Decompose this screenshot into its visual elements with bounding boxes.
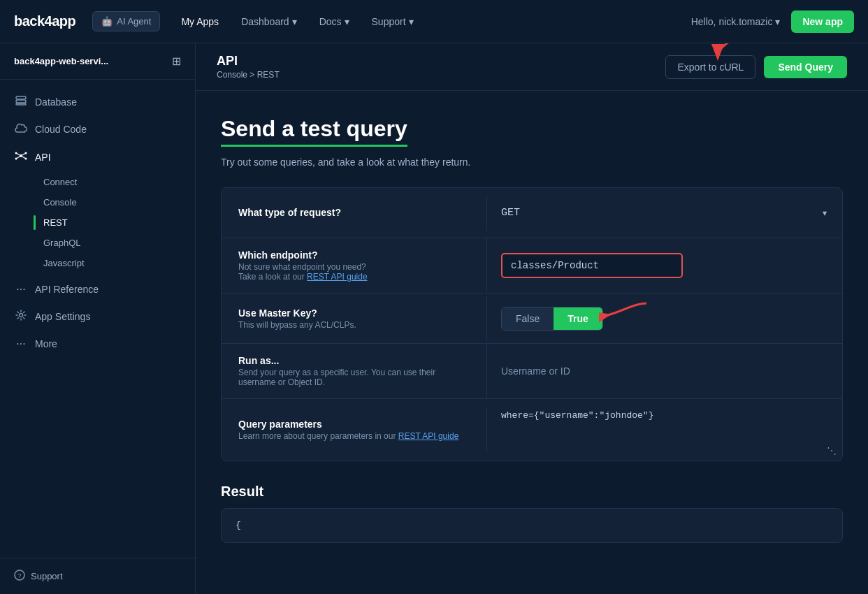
master-key-toggle: False True: [501, 307, 603, 331]
resize-handle: ⋱: [827, 445, 837, 456]
request-type-label: What type of request?: [222, 196, 487, 231]
user-menu[interactable]: Hello, nick.tomazic ▾: [691, 16, 781, 27]
logo: back4app: [14, 13, 75, 29]
nav-dashboard[interactable]: Dashboard ▾: [241, 16, 297, 27]
new-app-button[interactable]: New app: [791, 10, 854, 33]
sidebar-sub-connect[interactable]: Connect: [35, 172, 195, 192]
query-form: What type of request? GET ▾ Which endpoi…: [221, 187, 843, 461]
svg-text:?: ?: [18, 572, 22, 579]
form-row-query-params: Query parameters Learn more about query …: [222, 399, 842, 461]
sidebar-sub-javascript[interactable]: Javascript: [35, 253, 195, 273]
main-content: API Console > REST Export to cURL: [196, 43, 868, 594]
settings-icon: [14, 310, 28, 324]
sidebar-toggle-icon[interactable]: ⊞: [172, 55, 181, 68]
svg-point-12: [20, 314, 23, 317]
request-type-dropdown[interactable]: GET ▾: [501, 206, 828, 220]
run-as-label: Run as... Send your query as a specific …: [222, 344, 487, 398]
subheader-right: Export to cURL Send Query: [665, 55, 847, 79]
sidebar-item-api[interactable]: API: [0, 143, 195, 172]
database-icon: [14, 95, 28, 109]
sidebar-item-database[interactable]: Database: [0, 88, 195, 116]
api-reference-icon: ···: [14, 283, 28, 296]
run-as-input[interactable]: [501, 365, 828, 377]
nav-links: My Apps Dashboard ▾ Docs ▾ Support ▾: [181, 16, 690, 27]
sidebar-item-api-reference[interactable]: ··· API Reference: [0, 276, 195, 303]
page-content: Send a test query Try out some queries, …: [196, 91, 868, 594]
page-title: Send a test query: [221, 116, 407, 147]
sidebar: back4app-web-servi... ⊞ Database: [0, 43, 196, 594]
svg-rect-2: [16, 103, 26, 105]
sidebar-app-name: back4app-web-servi...: [14, 56, 165, 66]
sidebar-item-label: API: [35, 152, 51, 163]
support-icon: ?: [14, 570, 25, 583]
sidebar-sub-rest[interactable]: REST: [35, 212, 195, 233]
ai-agent-icon: 🤖: [101, 16, 113, 27]
nav-right: Hello, nick.tomazic ▾ New app: [691, 10, 854, 33]
svg-line-11: [21, 156, 26, 159]
sidebar-sub-console[interactable]: Console: [35, 192, 195, 212]
master-key-true-button[interactable]: True: [554, 307, 602, 330]
ai-agent-button[interactable]: 🤖 AI Agent: [92, 11, 160, 31]
sidebar-item-label: API Reference: [35, 284, 99, 295]
sidebar-item-cloud-code[interactable]: Cloud Code: [0, 116, 195, 143]
page-subtitle: Try out some queries, and take a look at…: [221, 157, 843, 168]
more-icon: ···: [14, 338, 28, 350]
sidebar-footer: ? Support: [0, 558, 195, 594]
main-layout: back4app-web-servi... ⊞ Database: [0, 43, 868, 594]
cloud-icon: [14, 123, 28, 136]
sidebar-nav: Database Cloud Code: [0, 80, 195, 558]
form-row-master-key: Use Master Key? This will bypass any ACL…: [222, 294, 842, 344]
master-key-label: Use Master Key? This will bypass any ACL…: [222, 296, 487, 341]
result-section: Result {: [221, 484, 843, 543]
endpoint-desc: Not sure what endpoint you need? Take a …: [238, 262, 470, 282]
result-box: {: [221, 508, 843, 543]
send-query-button[interactable]: Send Query: [764, 56, 847, 78]
chevron-down-icon: ▾: [409, 16, 414, 27]
chevron-down-icon: ▾: [775, 16, 780, 27]
endpoint-input[interactable]: [501, 253, 683, 278]
top-navigation: back4app 🤖 AI Agent My Apps Dashboard ▾ …: [0, 0, 868, 43]
form-row-endpoint: Which endpoint? Not sure what endpoint y…: [222, 238, 842, 294]
endpoint-input-col: [487, 242, 842, 289]
svg-line-8: [16, 153, 21, 156]
subheader: API Console > REST Export to cURL: [196, 43, 868, 91]
sidebar-sub-graphql[interactable]: GraphQL: [35, 233, 195, 253]
subheader-title: API: [217, 54, 280, 68]
endpoint-label: Which endpoint? Not sure what endpoint y…: [222, 238, 487, 293]
subheader-left: API Console > REST: [217, 54, 280, 80]
request-type-input-col: GET ▾: [487, 195, 842, 231]
svg-rect-0: [16, 96, 26, 99]
sidebar-item-more[interactable]: ··· More: [0, 331, 195, 357]
chevron-down-icon: ▾: [821, 206, 828, 220]
run-as-desc: Send your query as a specific user. You …: [238, 368, 470, 387]
rest-api-guide-link-2[interactable]: REST API guide: [398, 431, 459, 441]
sidebar-app-header: back4app-web-servi... ⊞: [0, 43, 195, 80]
sidebar-item-app-settings[interactable]: App Settings: [0, 303, 195, 331]
sidebar-item-label: Database: [35, 96, 77, 108]
result-title: Result: [221, 484, 843, 500]
chevron-down-icon: ▾: [345, 16, 349, 27]
sidebar-item-label: Cloud Code: [35, 124, 87, 135]
nav-support[interactable]: Support ▾: [372, 16, 414, 27]
sidebar-item-label: More: [35, 338, 57, 349]
svg-rect-1: [16, 100, 26, 103]
svg-line-9: [21, 153, 26, 156]
query-params-textarea[interactable]: where={"username":"johndoe"}: [501, 410, 828, 449]
chevron-down-icon: ▾: [292, 16, 297, 27]
sidebar-support[interactable]: ? Support: [14, 570, 181, 583]
sidebar-api-sub: Connect Console REST GraphQL Javascript: [0, 172, 195, 273]
run-as-input-col: [487, 354, 842, 388]
api-icon: [14, 150, 28, 165]
rest-api-guide-link[interactable]: REST API guide: [307, 272, 368, 282]
nav-my-apps[interactable]: My Apps: [181, 16, 219, 27]
query-params-desc: Learn more about query parameters in our…: [238, 431, 470, 441]
query-params-input-col: where={"username":"johndoe"} ⋱: [487, 399, 842, 461]
nav-docs[interactable]: Docs ▾: [319, 16, 349, 27]
master-key-false-button[interactable]: False: [502, 307, 554, 330]
form-row-run-as: Run as... Send your query as a specific …: [222, 344, 842, 399]
master-key-input-col: False True: [487, 296, 842, 342]
svg-line-10: [16, 156, 21, 159]
sidebar-item-label: App Settings: [35, 311, 90, 322]
breadcrumb: Console > REST: [217, 70, 280, 80]
form-row-request-type: What type of request? GET ▾: [222, 188, 842, 238]
